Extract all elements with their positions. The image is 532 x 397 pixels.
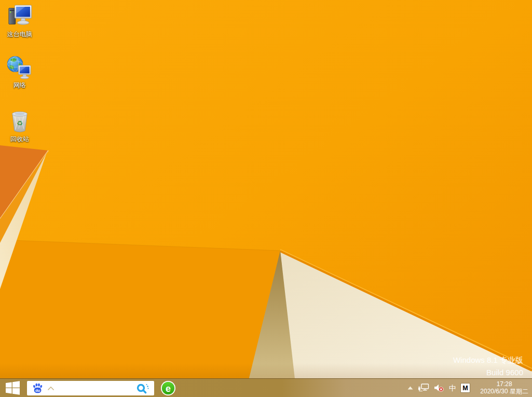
network-icon bbox=[6, 54, 33, 81]
desktop-icon-recycle-bin[interactable]: ♻ 回收站 bbox=[0, 108, 39, 143]
desktop-icon-label: 回收站 bbox=[0, 136, 39, 143]
360-e-glyph: e bbox=[166, 384, 171, 394]
baidu-search-box[interactable]: du bbox=[27, 381, 154, 395]
windows-desktop: 这台电脑 网络 bbox=[0, 0, 532, 397]
desktop-icon-this-pc[interactable]: 这台电脑 bbox=[0, 3, 39, 38]
recycle-bin-icon: ♻ bbox=[7, 108, 33, 135]
chevron-up-icon[interactable] bbox=[47, 386, 54, 391]
baidu-logo-icon[interactable]: du bbox=[32, 382, 44, 394]
clock-time: 17:28 bbox=[480, 380, 528, 388]
desktop-icon-network[interactable]: 网络 bbox=[0, 54, 39, 89]
360-browser-icon: e bbox=[160, 380, 176, 396]
network-tray-icon[interactable] bbox=[418, 384, 429, 392]
volume-muted-tray-icon[interactable] bbox=[434, 384, 444, 392]
chevron-up-small-icon bbox=[407, 386, 413, 390]
show-hidden-icons-button[interactable] bbox=[407, 386, 413, 390]
system-tray: 中 M bbox=[407, 379, 470, 397]
recycle-glyph: ♻ bbox=[17, 119, 23, 127]
windows-logo-icon bbox=[6, 381, 20, 395]
start-button[interactable] bbox=[0, 379, 25, 397]
taskbar-clock[interactable]: 17:28 2020/6/30 星期二 bbox=[480, 380, 528, 395]
watermark-build: Build 9600 bbox=[453, 366, 523, 379]
taskbar: du e bbox=[0, 378, 532, 397]
windows-version-watermark: Windows 8.1 专业版 Build 9600 bbox=[453, 354, 523, 379]
clock-date: 2020/6/30 星期二 bbox=[480, 388, 528, 395]
search-input[interactable] bbox=[54, 382, 135, 394]
desktop-icon-label: 网络 bbox=[0, 82, 39, 89]
taskbar-app-360-browser[interactable]: e bbox=[160, 380, 176, 396]
wallpaper-image bbox=[0, 0, 532, 397]
ime-mode-indicator[interactable]: M bbox=[461, 384, 470, 392]
baidu-du-text: du bbox=[35, 388, 40, 392]
ethernet-network-icon bbox=[418, 384, 429, 392]
watermark-edition: Windows 8.1 专业版 bbox=[453, 354, 523, 366]
baidu-search-magnifier-icon[interactable] bbox=[135, 382, 149, 394]
this-pc-icon bbox=[6, 3, 33, 30]
speaker-muted-icon bbox=[434, 384, 444, 392]
ime-language-indicator[interactable]: 中 bbox=[449, 385, 456, 392]
desktop-icon-label: 这台电脑 bbox=[0, 31, 39, 38]
